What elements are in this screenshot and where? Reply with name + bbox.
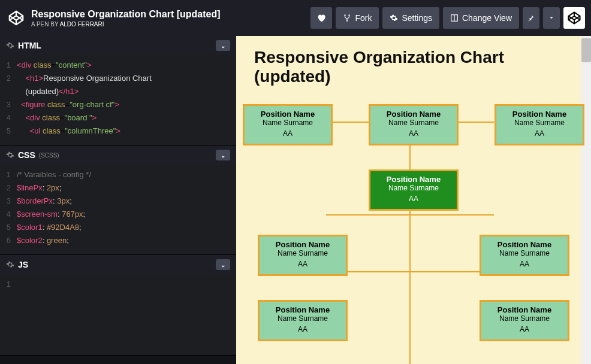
settings-button[interactable]: Settings xyxy=(382,7,439,29)
editors-column: HTML ⌄ 1<div class="content"> 2 <h1>Resp… xyxy=(0,36,236,364)
org-node: Position NameName SurnameAA xyxy=(369,104,459,145)
svg-point-2 xyxy=(346,20,348,22)
svg-point-0 xyxy=(345,14,346,16)
preview-content: Responsive Organization Chart (updated) … xyxy=(236,36,591,364)
codepen-logo xyxy=(6,8,26,28)
html-panel: HTML ⌄ 1<div class="content"> 2 <h1>Resp… xyxy=(0,36,236,145)
org-node: Position NameName SurnameAA xyxy=(243,104,333,145)
js-panel: JS ⌄ 1 xyxy=(0,255,236,356)
main: HTML ⌄ 1<div class="content"> 2 <h1>Resp… xyxy=(0,36,591,364)
like-button[interactable] xyxy=(310,7,332,29)
org-node-highlight: Position NameName SurnameAA xyxy=(369,169,459,211)
gear-icon xyxy=(6,260,14,269)
chart-row: Position NameName SurnameAA Position Nam… xyxy=(254,104,573,145)
author-link[interactable]: Aldo Ferrari xyxy=(60,21,104,28)
html-panel-header[interactable]: HTML ⌄ xyxy=(0,36,236,55)
org-chart: Position NameName SurnameAA Position Nam… xyxy=(254,104,573,364)
fork-button[interactable]: Fork xyxy=(336,7,379,29)
avatar[interactable] xyxy=(563,7,585,29)
top-header: Responsive Organization Chart [updated] … xyxy=(0,0,591,36)
preview-pane: Responsive Organization Chart (updated) … xyxy=(236,36,591,364)
html-code-editor[interactable]: 1<div class="content"> 2 <h1>Responsive … xyxy=(0,55,236,145)
more-button[interactable] xyxy=(543,7,560,29)
js-panel-header[interactable]: JS ⌄ xyxy=(0,255,236,274)
org-node: Position NameName SurnameAA xyxy=(480,300,569,341)
html-label: HTML xyxy=(18,41,41,50)
org-node: Position NameName SurnameAA xyxy=(494,104,584,145)
collapse-button[interactable]: ⌄ xyxy=(216,40,230,51)
pen-title: Responsive Organization Chart [updated] xyxy=(31,9,310,20)
collapse-button[interactable]: ⌄ xyxy=(216,259,230,270)
js-label: JS xyxy=(18,260,28,269)
css-label: CSS xyxy=(18,150,35,160)
css-panel: CSS (SCSS) ⌄ 1/* Varaibles - config */ 2… xyxy=(0,145,236,255)
org-node: Position NameName SurnameAA xyxy=(258,235,348,276)
org-node: Position NameName SurnameAA xyxy=(480,235,569,276)
gear-icon xyxy=(6,41,14,50)
org-node: Position NameName SurnameAA xyxy=(258,300,348,341)
change-view-button[interactable]: Change View xyxy=(443,7,519,29)
title-block: Responsive Organization Chart [updated] … xyxy=(31,9,310,28)
js-code-editor[interactable]: 1 xyxy=(0,274,236,355)
pen-subtitle: A PEN BY Aldo Ferrari xyxy=(31,21,310,28)
css-panel-header[interactable]: CSS (SCSS) ⌄ xyxy=(0,145,236,165)
css-preproc: (SCSS) xyxy=(39,152,59,159)
css-code-editor[interactable]: 1/* Varaibles - config */ 2$linePx: 2px;… xyxy=(0,165,236,254)
header-buttons: Fork Settings Change View xyxy=(310,7,585,29)
preview-heading: Responsive Organization Chart (updated) xyxy=(254,48,573,86)
svg-point-1 xyxy=(349,14,350,16)
collapse-button[interactable]: ⌄ xyxy=(216,150,230,160)
pin-button[interactable] xyxy=(523,7,539,29)
preview-scrollbar[interactable] xyxy=(581,36,591,364)
gear-icon xyxy=(6,151,14,159)
